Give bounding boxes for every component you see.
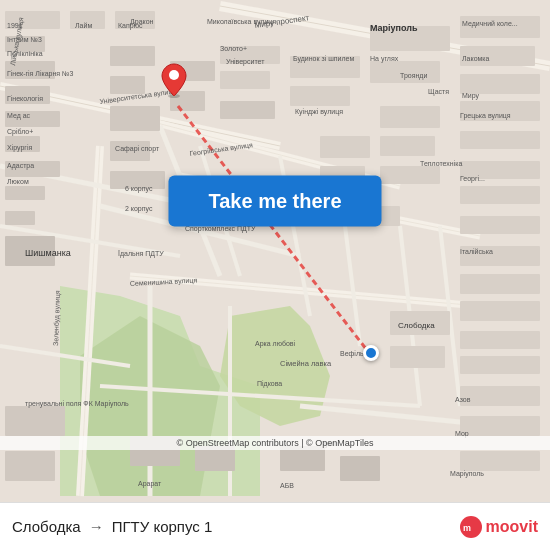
svg-text:Люком: Люком — [7, 178, 29, 185]
svg-text:АБВ: АБВ — [280, 482, 294, 489]
svg-rect-68 — [460, 356, 540, 374]
svg-rect-43 — [110, 76, 145, 94]
svg-rect-74 — [380, 166, 440, 184]
svg-text:Сафарі спорт: Сафарі спорт — [115, 145, 160, 153]
destination-pin — [160, 62, 188, 102]
svg-text:Грецька вулиця: Грецька вулиця — [460, 112, 511, 120]
svg-text:m: m — [463, 523, 471, 533]
svg-text:Мед ас: Мед ас — [7, 112, 31, 120]
svg-text:6 корпус: 6 корпус — [125, 185, 153, 193]
svg-text:Маріуполь: Маріуполь — [370, 23, 418, 33]
route-info: Слободка → ПГТУ корпус 1 — [12, 518, 460, 535]
svg-text:Шишманка: Шишманка — [25, 248, 71, 258]
svg-text:Щастя: Щастя — [428, 88, 449, 96]
svg-text:Арка любові: Арка любові — [255, 340, 296, 348]
svg-rect-39 — [5, 186, 45, 200]
svg-rect-51 — [220, 101, 275, 119]
svg-rect-73 — [380, 136, 435, 156]
svg-rect-72 — [380, 106, 440, 128]
svg-text:Будинок зі шпилем: Будинок зі шпилем — [293, 55, 354, 63]
svg-text:Італійська: Італійська — [460, 248, 493, 255]
svg-text:Арарат: Арарат — [138, 480, 162, 488]
svg-text:Георгі...: Георгі... — [460, 175, 485, 183]
svg-rect-40 — [5, 211, 35, 225]
svg-rect-44 — [110, 106, 160, 131]
route-from: Слободка — [12, 518, 81, 535]
svg-point-146 — [169, 70, 179, 80]
svg-rect-84 — [5, 451, 55, 481]
svg-rect-50 — [220, 71, 270, 89]
take-me-there-button[interactable]: Take me there — [168, 175, 381, 226]
map-background: Миру проспект Університетська вулиця Гео… — [0, 0, 550, 502]
svg-text:Адастра: Адастра — [7, 162, 34, 170]
svg-text:Підкова: Підкова — [257, 380, 282, 388]
user-location-dot — [363, 345, 379, 361]
svg-rect-88 — [340, 456, 380, 481]
svg-text:Миколаївська вулиця: Миколаївська вулиця — [207, 18, 276, 26]
svg-rect-58 — [460, 74, 540, 94]
map-area: Миру проспект Університетська вулиця Гео… — [0, 0, 550, 502]
svg-text:Теплотехніка: Теплотехніка — [420, 160, 462, 167]
route-arrow-icon: → — [89, 518, 104, 535]
svg-rect-66 — [460, 301, 540, 321]
svg-rect-69 — [460, 386, 540, 406]
svg-text:Сімейна лавка: Сімейна лавка — [280, 359, 332, 368]
bottom-bar: Слободка → ПГТУ корпус 1 m moovit — [0, 502, 550, 550]
svg-text:Хірургія: Хірургія — [7, 144, 32, 152]
svg-text:На углях: На углях — [370, 55, 399, 63]
moovit-logo: m moovit — [460, 516, 538, 538]
svg-text:Срібло+: Срібло+ — [7, 128, 33, 136]
svg-text:1991: 1991 — [7, 22, 23, 29]
svg-rect-53 — [290, 86, 350, 106]
svg-rect-67 — [460, 331, 540, 349]
svg-text:Слободка: Слободка — [398, 321, 435, 330]
svg-text:Інтайм №3: Інтайм №3 — [7, 36, 42, 43]
svg-text:2 корпус: 2 корпус — [125, 205, 153, 213]
map-attribution: © OpenStreetMap contributors | © OpenMap… — [0, 436, 550, 450]
svg-text:Дракон: Дракон — [130, 18, 154, 26]
svg-text:Гінек-гія Лікарня №3: Гінек-гія Лікарня №3 — [7, 70, 74, 78]
svg-rect-42 — [110, 46, 155, 66]
svg-rect-62 — [460, 186, 540, 204]
svg-rect-83 — [5, 406, 65, 436]
svg-rect-71 — [460, 451, 540, 471]
svg-text:Вефіль: Вефіль — [340, 350, 364, 358]
svg-rect-60 — [460, 131, 540, 149]
svg-text:Лакомка: Лакомка — [462, 55, 490, 62]
svg-rect-82 — [390, 346, 445, 368]
svg-text:Миру: Миру — [462, 92, 480, 100]
svg-rect-70 — [460, 416, 540, 436]
app-container: Миру проспект Університетська вулиця Гео… — [0, 0, 550, 550]
svg-text:Азов: Азов — [455, 396, 471, 403]
svg-text:Троянди: Троянди — [400, 72, 427, 80]
moovit-brand-text: moovit — [486, 518, 538, 536]
route-to: ПГТУ корпус 1 — [112, 518, 213, 535]
svg-text:Маріуполь: Маріуполь — [450, 470, 484, 478]
svg-rect-75 — [320, 136, 370, 158]
moovit-logo-icon: m — [460, 516, 482, 538]
svg-text:тренувальні поля ФК Маріуполь: тренувальні поля ФК Маріуполь — [25, 400, 129, 408]
svg-rect-63 — [460, 216, 540, 234]
svg-text:Медичний коле...: Медичний коле... — [462, 20, 518, 28]
svg-text:Куінджі вулиця: Куінджі вулиця — [295, 108, 343, 116]
svg-text:Золото+: Золото+ — [220, 45, 247, 52]
svg-rect-65 — [460, 274, 540, 294]
svg-text:Гінекологія: Гінекологія — [7, 95, 43, 102]
svg-text:Полiклiнiка: Полiклiнiка — [7, 50, 43, 57]
svg-text:Їдальня ПДТУ: Їдальня ПДТУ — [118, 250, 164, 258]
svg-text:Університет: Університет — [226, 58, 265, 66]
svg-text:Лайм: Лайм — [75, 22, 92, 29]
